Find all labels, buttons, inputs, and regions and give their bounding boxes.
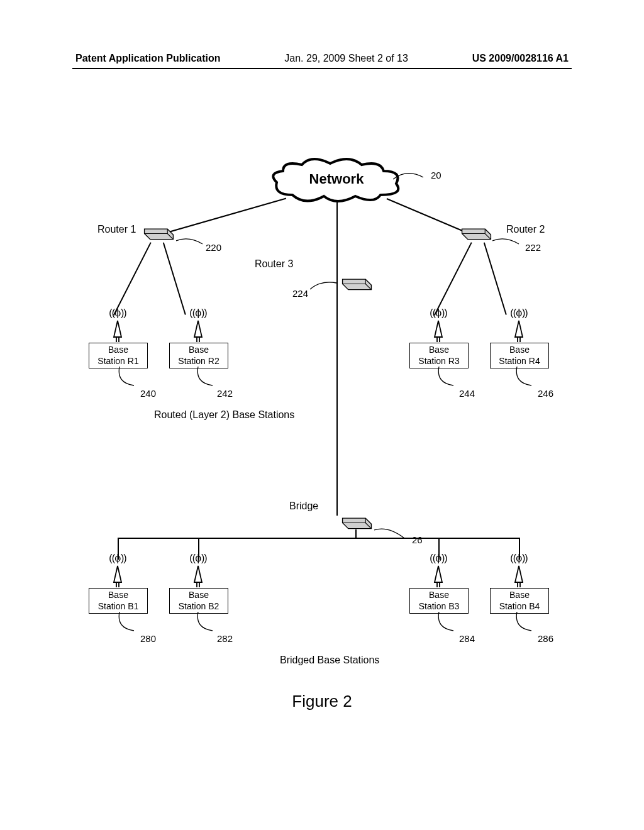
network-cloud: Network (267, 157, 406, 210)
bs-b2-l1: Base (189, 590, 209, 600)
bs-r4-l2: Station R4 (499, 356, 540, 366)
bs-b4-lead (514, 612, 539, 637)
bs-r3-l1: Base (429, 345, 449, 355)
router3-label: Router 3 (255, 258, 293, 270)
bs-r4-l1: Base (509, 345, 530, 355)
bs-r3-waves-icon: ((ϕ)) (419, 307, 457, 319)
bs-b1-antenna-icon (105, 565, 130, 590)
bs-b1-waves-icon: ((ϕ)) (99, 552, 136, 564)
bs-b1-box: Base Station B1 (89, 588, 148, 614)
bs-r3-antenna-icon (426, 319, 451, 345)
bs-r3-lead (436, 367, 461, 392)
header-date-sheet: Jan. 29, 2009 Sheet 2 of 13 (284, 53, 408, 64)
header-patent-number: US 2009/0028116 A1 (472, 53, 569, 64)
bs-b3-waves-icon: ((ϕ)) (419, 552, 457, 564)
bs-r3-ref: 244 (459, 388, 475, 399)
bs-r2-box: Base Station R2 (169, 343, 228, 368)
bs-b3-l1: Base (429, 590, 449, 600)
bs-b1-l2: Station B1 (98, 601, 139, 611)
page: Patent Application Publication Jan. 29, … (0, 0, 644, 830)
bs-b4-ref: 286 (538, 633, 553, 644)
bs-r2-ref: 242 (217, 388, 233, 399)
bs-r2-l2: Station R2 (178, 356, 219, 366)
network-diagram: Network 20 Router 1 220 Router 2 (72, 132, 569, 685)
router1-label: Router 1 (97, 223, 136, 235)
bs-b2-ref: 282 (217, 633, 233, 644)
bs-b1-lead (116, 612, 142, 637)
bs-r2-waves-icon: ((ϕ)) (179, 307, 217, 319)
bs-b3-box: Base Station B3 (409, 588, 469, 614)
network-lead (393, 170, 428, 185)
bs-r4-waves-icon: ((ϕ)) (500, 307, 538, 319)
bridge-icon (340, 512, 374, 531)
bridge-ref: 26 (412, 534, 423, 545)
bs-b2-waves-icon: ((ϕ)) (179, 552, 217, 564)
router2-lead (492, 238, 524, 250)
bridge-lead (374, 527, 409, 543)
bs-b1-ref: 280 (140, 633, 156, 644)
bs-r4-lead (514, 367, 539, 392)
router2-icon (459, 223, 494, 241)
bs-b2-l2: Station B2 (179, 601, 219, 611)
bs-b1-l1: Base (108, 590, 128, 600)
bs-b2-box: Base Station B2 (169, 588, 228, 614)
bs-b4-l1: Base (509, 590, 530, 600)
bs-b3-antenna-icon (426, 565, 451, 590)
bs-r1-l1: Base (108, 345, 128, 355)
bs-r4-antenna-icon (506, 319, 531, 345)
bridge-label: Bridge (289, 500, 318, 512)
bs-r2-lead (195, 367, 220, 392)
bs-r3-l2: Station R3 (418, 356, 459, 366)
bs-b3-ref: 284 (459, 633, 475, 644)
router1-lead (176, 238, 208, 250)
line-r1-bs2 (163, 243, 186, 315)
network-ref: 20 (431, 170, 441, 180)
header-rule (72, 68, 572, 69)
bridged-caption: Bridged Base Stations (280, 654, 379, 666)
router3-icon (340, 274, 374, 292)
bs-r1-ref: 240 (140, 388, 156, 399)
bs-b4-l2: Station B4 (499, 601, 540, 611)
bs-b4-waves-icon: ((ϕ)) (500, 552, 538, 564)
bs-b2-antenna-icon (186, 565, 211, 590)
bs-r3-box: Base Station R3 (409, 343, 469, 368)
bs-b4-box: Base Station B4 (490, 588, 549, 614)
bs-r1-l2: Station R1 (97, 356, 138, 366)
bs-r1-box: Base Station R1 (89, 343, 148, 368)
header-publication: Patent Application Publication (75, 53, 221, 64)
routed-caption: Routed (Layer 2) Base Stations (154, 409, 294, 421)
router2-label: Router 2 (506, 223, 545, 235)
bs-b2-lead (195, 612, 220, 637)
line-r2-bs4 (484, 243, 507, 315)
line-r2-bs3 (434, 242, 472, 316)
bs-r1-lead (116, 367, 142, 392)
bs-b4-antenna-icon (506, 565, 531, 590)
router2-ref: 222 (525, 242, 541, 253)
bs-b3-lead (436, 612, 461, 637)
router1-icon (142, 223, 176, 241)
router3-lead (310, 282, 341, 294)
bs-r2-l1: Base (189, 345, 209, 355)
line-r1-bs1 (113, 242, 151, 316)
router1-ref: 220 (206, 242, 221, 253)
network-label: Network (267, 171, 406, 187)
bs-r4-ref: 246 (538, 388, 553, 399)
bs-r2-antenna-icon (186, 319, 211, 345)
bs-r4-box: Base Station R4 (490, 343, 549, 368)
cloud-to-bridge-line (336, 198, 338, 516)
bs-r1-antenna-icon (105, 319, 130, 345)
router3-ref: 224 (292, 288, 308, 299)
bridge-hbus (118, 538, 519, 539)
figure-caption: Figure 2 (0, 692, 644, 711)
bs-r1-waves-icon: ((ϕ)) (99, 307, 136, 319)
bs-b3-l2: Station B3 (419, 601, 460, 611)
page-header: Patent Application Publication Jan. 29, … (75, 53, 569, 64)
